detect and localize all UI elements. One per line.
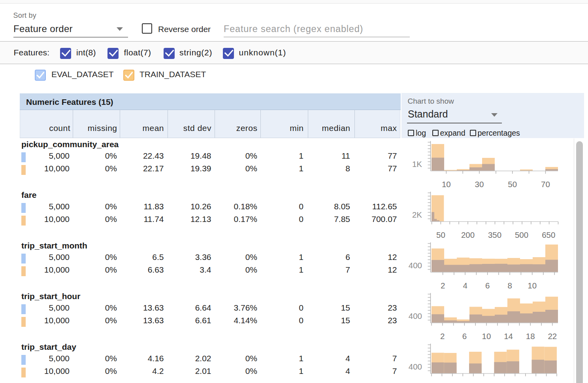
svg-text:10: 10 [482, 332, 491, 341]
svg-text:18: 18 [526, 332, 535, 341]
svg-text:8: 8 [507, 281, 512, 290]
svg-text:6: 6 [462, 332, 467, 341]
svg-text:4: 4 [463, 281, 467, 290]
svg-text:200: 200 [461, 230, 475, 239]
svg-text:500: 500 [515, 230, 528, 239]
svg-text:400: 400 [409, 311, 422, 320]
svg-text:10: 10 [442, 180, 451, 189]
svg-text:6: 6 [485, 281, 490, 290]
svg-text:650: 650 [542, 230, 555, 239]
svg-text:70: 70 [541, 180, 550, 189]
svg-text:400: 400 [409, 261, 422, 270]
svg-text:22: 22 [548, 332, 557, 341]
svg-text:350: 350 [488, 230, 501, 239]
svg-text:2: 2 [440, 332, 445, 341]
svg-text:30: 30 [475, 180, 484, 189]
svg-text:14: 14 [504, 332, 513, 341]
svg-text:10: 10 [528, 281, 537, 290]
svg-text:2K: 2K [412, 210, 422, 219]
svg-text:400: 400 [409, 362, 422, 371]
svg-text:50: 50 [508, 180, 517, 189]
svg-text:1K: 1K [412, 159, 422, 169]
svg-text:50: 50 [436, 230, 445, 239]
svg-text:2: 2 [441, 281, 445, 290]
